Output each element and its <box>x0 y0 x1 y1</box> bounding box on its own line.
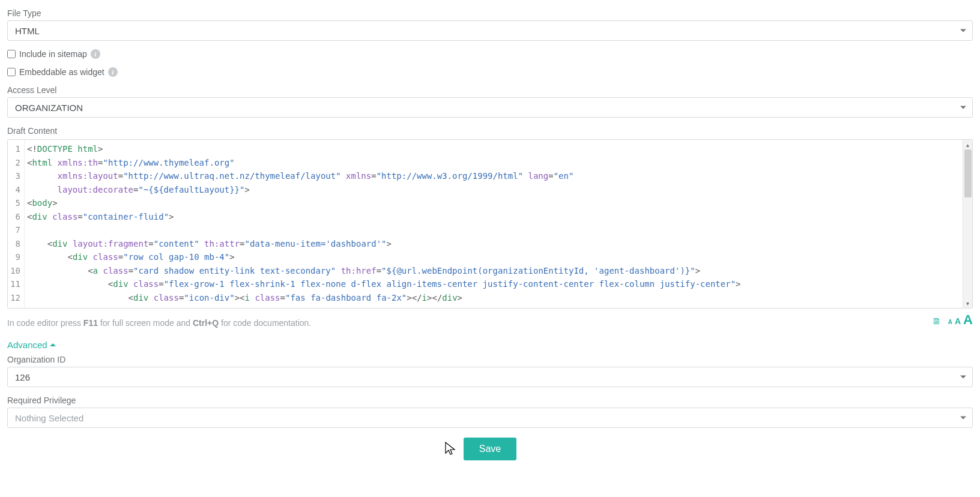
chevron-down-icon <box>960 29 966 32</box>
gutter-line: 2 <box>8 156 24 170</box>
gutter-line: 7 <box>8 223 24 237</box>
info-icon[interactable]: i <box>91 49 100 59</box>
gutter-line: 3 <box>8 169 24 183</box>
required-privilege-select[interactable]: Nothing Selected <box>7 408 973 428</box>
code-line[interactable]: <div class="container-fluid"> <box>25 210 972 224</box>
access-level-select[interactable]: ORGANIZATION <box>7 97 973 118</box>
org-id-select[interactable]: 126 <box>7 367 973 387</box>
code-gutter: 123456789101112 <box>8 140 25 308</box>
chevron-down-icon <box>960 417 966 420</box>
gutter-line: 4 <box>8 183 24 197</box>
access-level-group: Access Level ORGANIZATION <box>7 85 973 118</box>
draft-content-label: Draft Content <box>7 126 973 136</box>
draft-content-group: Draft Content 123456789101112 <!DOCTYPE … <box>7 126 973 328</box>
cursor-icon <box>444 441 457 457</box>
code-line[interactable]: xmlns:layout="http://www.ultraq.net.nz/t… <box>25 169 972 183</box>
include-sitemap-label: Include in sitemap <box>19 49 87 59</box>
file-type-value: HTML <box>15 26 40 36</box>
access-level-value: ORGANIZATION <box>15 103 83 113</box>
org-id-value: 126 <box>15 372 30 382</box>
chevron-down-icon <box>960 106 966 109</box>
code-line[interactable]: <!DOCTYPE html> <box>25 142 972 156</box>
code-line[interactable]: <html xmlns:th="http://www.thymeleaf.org… <box>25 156 972 170</box>
code-line[interactable]: <div class="row col gap-10 mb-4"> <box>25 250 972 264</box>
code-line[interactable]: layout:decorate="~{${defaultLayout}}"> <box>25 183 972 197</box>
include-sitemap-checkbox[interactable] <box>7 50 16 58</box>
save-button[interactable]: Save <box>464 438 516 460</box>
font-size-controls: 🗎 A A A <box>932 312 973 328</box>
code-line[interactable] <box>25 223 972 237</box>
scrollbar-thumb[interactable] <box>964 149 972 197</box>
gutter-line: 12 <box>8 291 24 305</box>
code-line[interactable]: <div layout:fragment="content" th:attr="… <box>25 237 972 251</box>
embeddable-widget-label: Embeddable as widget <box>19 67 104 77</box>
code-editor[interactable]: 123456789101112 <!DOCTYPE html><html xml… <box>7 139 973 309</box>
editor-hint-row: In code editor press F11 for full screen… <box>7 312 973 328</box>
embeddable-widget-row: Embeddable as widget i <box>7 67 973 77</box>
gutter-line: 9 <box>8 250 24 264</box>
gutter-line: 1 <box>8 142 24 156</box>
file-type-select[interactable]: HTML <box>7 20 973 41</box>
gutter-line: 8 <box>8 237 24 251</box>
gutter-line: 6 <box>8 210 24 224</box>
info-icon[interactable]: i <box>108 67 118 77</box>
include-sitemap-row: Include in sitemap i <box>7 49 973 59</box>
chevron-down-icon <box>960 376 966 379</box>
gutter-line: 5 <box>8 196 24 210</box>
editor-scrollbar[interactable]: ▴ ▾ <box>963 140 972 308</box>
code-area[interactable]: <!DOCTYPE html><html xmlns:th="http://ww… <box>25 140 972 308</box>
scroll-down-icon[interactable]: ▾ <box>963 298 972 308</box>
code-line[interactable]: <div class="flex-grow-1 flex-shrink-1 fl… <box>25 277 972 291</box>
font-size-medium[interactable]: A <box>955 316 961 326</box>
required-privilege-label: Required Privilege <box>7 396 973 405</box>
code-line[interactable]: <a class="card shadow entity-link text-s… <box>25 264 972 278</box>
access-level-label: Access Level <box>7 85 973 95</box>
chevron-up-icon <box>50 343 56 346</box>
gutter-line: 10 <box>8 264 24 278</box>
file-type-group: File Type HTML <box>7 8 973 41</box>
code-line[interactable]: <div class="icon-div"><i class="fas fa-d… <box>25 291 972 305</box>
advanced-toggle[interactable]: Advanced <box>7 340 56 350</box>
org-id-group: Organization ID 126 <box>7 355 973 387</box>
required-privilege-group: Required Privilege Nothing Selected <box>7 396 973 428</box>
embeddable-widget-checkbox[interactable] <box>7 68 16 76</box>
scroll-up-icon[interactable]: ▴ <box>963 140 972 149</box>
save-row: Save <box>7 438 973 460</box>
file-type-label: File Type <box>7 8 973 18</box>
code-line[interactable]: <body> <box>25 196 972 210</box>
file-icon[interactable]: 🗎 <box>932 316 941 326</box>
org-id-label: Organization ID <box>7 355 973 364</box>
gutter-line: 11 <box>8 277 24 291</box>
advanced-label: Advanced <box>7 340 47 350</box>
required-privilege-value: Nothing Selected <box>15 413 83 423</box>
font-size-large[interactable]: A <box>963 312 973 328</box>
font-size-small[interactable]: A <box>948 319 952 325</box>
editor-hint-text: In code editor press F11 for full screen… <box>7 318 311 328</box>
